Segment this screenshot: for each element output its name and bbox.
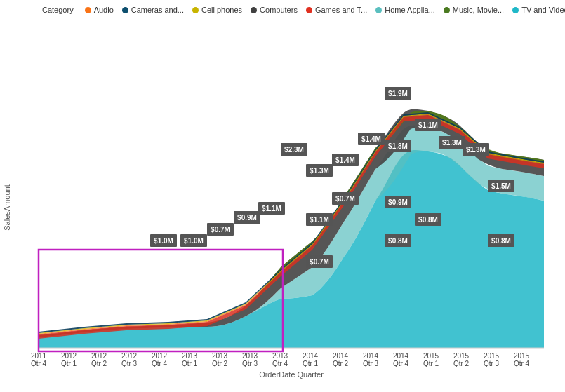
svg-text:Qtr 3: Qtr 3 <box>363 360 379 367</box>
svg-text:Qtr 4: Qtr 4 <box>272 360 288 367</box>
svg-text:Qtr 2: Qtr 2 <box>453 360 470 367</box>
svg-text:2012: 2012 <box>61 352 77 360</box>
data-label-12: $1.4M <box>361 135 381 143</box>
legend-item-audio[interactable]: Audio <box>85 6 114 14</box>
chart-container: Category Audio Cameras and... Cell phone… <box>0 0 565 392</box>
cameras-dot <box>122 7 128 13</box>
svg-text:Qtr 4: Qtr 4 <box>514 360 530 367</box>
data-label-15: $0.9M <box>388 198 408 206</box>
svg-text:2014: 2014 <box>333 352 349 360</box>
games-dot <box>306 7 312 13</box>
svg-text:2013: 2013 <box>212 352 228 360</box>
legend-item-cameras[interactable]: Cameras and... <box>122 6 184 14</box>
legend-item-cellphones[interactable]: Cell phones <box>192 6 242 14</box>
music-dot <box>444 7 450 13</box>
svg-text:Qtr 1: Qtr 1 <box>182 360 198 367</box>
legend-item-games[interactable]: Games and T... <box>306 6 367 14</box>
svg-text:2011: 2011 <box>31 352 47 360</box>
data-label-9: $0.7M <box>310 258 329 266</box>
x-axis-label: OrderDate Quarter <box>259 370 324 379</box>
svg-text:2014: 2014 <box>393 352 409 360</box>
svg-text:2015: 2015 <box>453 352 470 360</box>
svg-text:Qtr 3: Qtr 3 <box>121 360 138 367</box>
svg-text:Qtr 2: Qtr 2 <box>333 360 349 367</box>
data-label-19: $1.3M <box>442 139 462 147</box>
homeappliances-dot <box>375 7 382 13</box>
y-axis-label: SalesAmount <box>3 184 11 230</box>
data-label-1: $1.0M <box>154 237 173 245</box>
data-label-18: $0.8M <box>418 216 438 224</box>
data-label-13: $1.9M <box>388 90 408 97</box>
svg-text:2012: 2012 <box>121 352 138 360</box>
games-label: Games and T... <box>315 6 367 14</box>
category-label: Category <box>42 6 74 14</box>
legend-item-music[interactable]: Music, Movie... <box>444 6 504 14</box>
data-label-3: $0.7M <box>211 226 230 234</box>
data-label-8: $1.1M <box>310 216 329 224</box>
cellphones-dot <box>192 7 199 13</box>
data-label-17: $1.1M <box>418 121 438 129</box>
legend-item-homeappliances[interactable]: Home Applia... <box>375 6 435 14</box>
x-axis-labels: 2011Qtr 4 2012Qtr 1 2012Qtr 2 2012Qtr 3 … <box>31 352 530 367</box>
legend-item-tv[interactable]: TV and Video <box>512 6 565 14</box>
data-label-5: $1.1M <box>262 205 281 212</box>
chart-legend: Category Audio Cameras and... Cell phone… <box>0 0 565 17</box>
svg-text:2015: 2015 <box>423 352 439 360</box>
chart-svg: SalesAmount 2011Qtr 4 2012Qtr 1 2012Qtr … <box>0 25 565 383</box>
computers-label: Computers <box>260 6 298 14</box>
data-label-10: $1.4M <box>335 156 355 164</box>
audio-dot <box>85 7 91 13</box>
svg-text:2012: 2012 <box>91 352 107 360</box>
svg-text:Qtr 1: Qtr 1 <box>303 360 319 367</box>
data-label-20: $1.3M <box>466 146 486 154</box>
data-label-21: $1.5M <box>491 182 511 190</box>
svg-text:Qtr 2: Qtr 2 <box>212 360 228 367</box>
svg-text:2014: 2014 <box>363 352 379 360</box>
svg-text:2015: 2015 <box>514 352 530 360</box>
svg-text:2015: 2015 <box>484 352 500 360</box>
svg-text:Qtr 1: Qtr 1 <box>61 360 77 367</box>
data-label-16: $0.8M <box>388 237 408 245</box>
data-label-14: $1.8M <box>388 142 408 150</box>
svg-text:Qtr 4: Qtr 4 <box>152 360 168 367</box>
svg-text:Qtr 3: Qtr 3 <box>484 360 500 367</box>
cameras-label: Cameras and... <box>131 6 184 14</box>
svg-text:2012: 2012 <box>152 352 168 360</box>
legend-item-computers[interactable]: Computers <box>251 6 298 14</box>
data-label-11: $0.7M <box>335 195 355 203</box>
svg-text:Qtr 4: Qtr 4 <box>31 360 47 367</box>
computers-dot <box>251 7 257 13</box>
svg-text:2013: 2013 <box>182 352 198 360</box>
svg-text:2013: 2013 <box>242 352 258 360</box>
data-label-4: $0.9M <box>237 214 257 222</box>
music-label: Music, Movie... <box>453 6 504 14</box>
svg-text:2013: 2013 <box>272 352 288 360</box>
data-label-2: $1.0M <box>184 237 204 245</box>
data-label-7: $1.3M <box>310 167 329 175</box>
svg-text:Qtr 1: Qtr 1 <box>423 360 439 367</box>
homeappliances-label: Home Applia... <box>385 6 435 14</box>
cellphones-label: Cell phones <box>201 6 242 14</box>
audio-label: Audio <box>94 6 114 14</box>
tv-label: TV and Video <box>521 6 565 14</box>
svg-text:Qtr 2: Qtr 2 <box>91 360 107 367</box>
data-label-6: $2.3M <box>284 146 304 154</box>
svg-text:Qtr 4: Qtr 4 <box>393 360 409 367</box>
tv-dot <box>512 7 519 13</box>
data-label-22: $0.8M <box>491 237 511 245</box>
svg-text:Qtr 3: Qtr 3 <box>242 360 258 367</box>
svg-text:2014: 2014 <box>303 352 319 360</box>
